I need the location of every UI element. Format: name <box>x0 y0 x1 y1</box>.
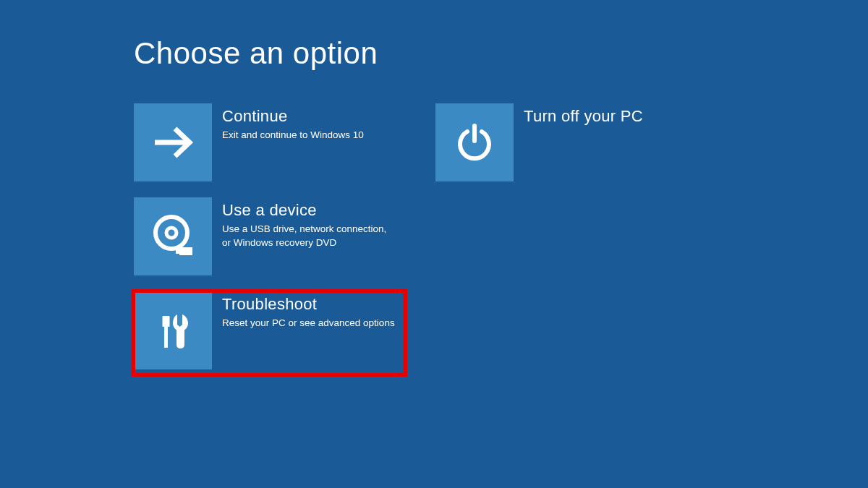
use-device-text: Use a device Use a USB drive, network co… <box>212 197 403 249</box>
continue-text: Continue Exit and continue to Windows 10 <box>212 103 371 142</box>
continue-title: Continue <box>222 107 364 126</box>
arrow-right-icon <box>134 103 212 181</box>
svg-rect-3 <box>179 247 192 255</box>
svg-rect-6 <box>163 316 170 327</box>
continue-option[interactable]: Continue Exit and continue to Windows 10 <box>134 103 405 187</box>
disc-usb-icon <box>134 197 212 275</box>
use-device-title: Use a device <box>222 201 396 220</box>
tools-icon <box>134 291 212 369</box>
turn-off-option[interactable]: Turn off your PC <box>435 103 707 187</box>
continue-desc: Exit and continue to Windows 10 <box>222 129 364 142</box>
options-column-left: Continue Exit and continue to Windows 10… <box>134 103 405 374</box>
options-column-right: Turn off your PC <box>435 103 707 374</box>
svg-rect-5 <box>164 326 168 348</box>
turn-off-title: Turn off your PC <box>524 107 643 126</box>
power-icon <box>435 103 514 181</box>
troubleshoot-desc: Reset your PC or see advanced options <box>222 317 395 330</box>
turn-off-text: Turn off your PC <box>514 103 650 129</box>
options-grid: Continue Exit and continue to Windows 10… <box>134 103 868 374</box>
boot-options-screen: Choose an option Continue Exit and conti… <box>0 0 868 374</box>
page-title: Choose an option <box>134 36 868 71</box>
use-device-option[interactable]: Use a device Use a USB drive, network co… <box>134 197 405 281</box>
troubleshoot-title: Troubleshoot <box>222 295 395 314</box>
svg-rect-4 <box>176 249 179 254</box>
troubleshoot-option[interactable]: Troubleshoot Reset your PC or see advanc… <box>134 291 405 374</box>
svg-point-2 <box>166 228 176 238</box>
use-device-desc: Use a USB drive, network connection, or … <box>222 223 396 249</box>
troubleshoot-text: Troubleshoot Reset your PC or see advanc… <box>212 291 402 330</box>
svg-point-1 <box>156 217 187 249</box>
